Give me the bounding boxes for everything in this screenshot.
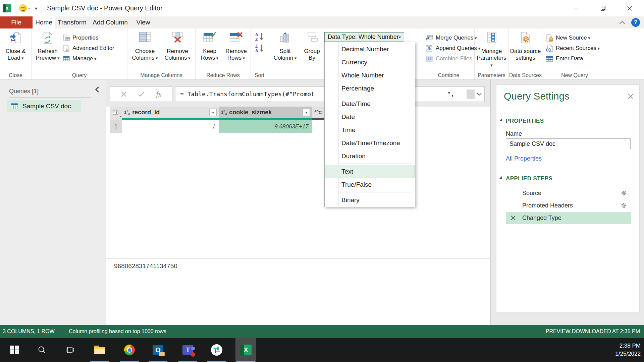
menu-item-decimal-number[interactable]: Decimal Number xyxy=(325,43,415,56)
manage-parameters-button[interactable]: Manage Parameters xyxy=(476,31,508,69)
query-table-icon xyxy=(11,103,18,109)
refresh-preview-button[interactable]: Refresh Preview xyxy=(32,31,63,62)
remove-columns-button[interactable]: Remove Columns xyxy=(161,31,194,62)
send-a-smile-icon[interactable] xyxy=(19,4,27,12)
manage-parameters-icon xyxy=(487,32,496,46)
tab-file[interactable]: File xyxy=(0,16,33,28)
menu-item-true-false[interactable]: True/False xyxy=(325,178,415,191)
menu-item-currency[interactable]: Currency xyxy=(325,56,415,69)
tab-view[interactable]: View xyxy=(131,16,155,28)
restore-button[interactable] xyxy=(593,0,612,16)
enter-data-button[interactable]: Enter Data xyxy=(546,53,600,64)
data-source-settings-button[interactable]: Data source settings xyxy=(509,31,541,61)
append-queries-button[interactable]: Append Queries xyxy=(426,43,480,53)
cancel-formula-icon[interactable] xyxy=(121,92,126,97)
sort-az-icon: A Z xyxy=(255,32,265,42)
taskbar-teams[interactable]: T xyxy=(177,338,198,362)
menu-item-date-time[interactable]: Date/Time xyxy=(325,97,415,110)
sort-ascending-button[interactable]: A Z xyxy=(255,31,265,43)
split-column-button[interactable]: Split Column xyxy=(271,31,299,62)
titlebar: X ▾ Sample CSV doc - Power Query Editor xyxy=(0,0,644,16)
new-source-button[interactable]: New Source xyxy=(546,33,600,43)
remove-rows-button[interactable]: Remove Rows xyxy=(223,31,250,62)
applied-steps-section-header[interactable]: APPLIED STEPS xyxy=(506,175,552,182)
close-button[interactable] xyxy=(620,0,639,16)
filter-dropdown-button[interactable]: ▾ xyxy=(209,109,217,116)
filter-dropdown-button[interactable]: ▾ xyxy=(303,109,310,116)
merge-queries-button[interactable]: Merge Queries xyxy=(426,33,480,43)
tab-add-column[interactable]: Add Column xyxy=(89,16,131,28)
taskbar-slack[interactable] xyxy=(206,338,227,362)
menu-item-percentage[interactable]: Percentage xyxy=(325,82,415,95)
step-changed-type[interactable]: Changed Type xyxy=(506,212,631,224)
taskbar-clock[interactable]: 2:38 PM 1/25/2022 xyxy=(615,342,641,358)
taskbar-outlook[interactable]: O xyxy=(148,338,168,362)
query-settings-region: Query Settings PROPERTIES Name Sample CS… xyxy=(490,80,644,325)
manage-label: Manage xyxy=(72,55,97,62)
step-settings-gear-icon[interactable] xyxy=(621,202,627,208)
all-properties-link[interactable]: All Properties xyxy=(506,155,542,162)
sort-descending-button[interactable]: Z A xyxy=(255,43,265,54)
menu-item-text[interactable]: Text xyxy=(325,165,415,178)
keep-rows-icon xyxy=(203,32,216,46)
row-number[interactable]: 1 xyxy=(110,120,122,133)
query-list-item[interactable]: Sample CSV doc xyxy=(7,100,81,112)
group-by-button[interactable]: Group By xyxy=(299,31,325,61)
commit-formula-icon[interactable] xyxy=(138,92,144,97)
merge-queries-icon xyxy=(426,35,433,41)
menu-item-whole-number[interactable]: Whole Number xyxy=(325,69,415,82)
close-and-load-button[interactable]: Close & Load xyxy=(6,31,26,62)
menu-item-date[interactable]: Date xyxy=(325,110,415,123)
step-settings-gear-icon[interactable] xyxy=(621,190,627,196)
menu-item-time[interactable]: Time xyxy=(325,123,415,136)
help-icon[interactable]: ? xyxy=(631,18,640,27)
cell-cookie-sizmek[interactable]: 9.68063E+17 xyxy=(219,120,312,133)
data-type-menu: Decimal Number Currency Whole Number Per… xyxy=(324,42,415,207)
menu-item-binary[interactable]: Binary xyxy=(325,193,415,206)
cell-record-id[interactable]: 1 xyxy=(122,120,219,133)
keep-rows-label: Keep Rows xyxy=(201,48,219,62)
menu-item-duration[interactable]: Duration xyxy=(325,149,415,163)
collapse-triangle-icon[interactable] xyxy=(499,118,502,121)
collapse-ribbon-icon[interactable] xyxy=(619,20,625,24)
step-source[interactable]: Source xyxy=(506,187,631,199)
manage-button[interactable]: Manage xyxy=(63,53,114,64)
properties-section-header[interactable]: PROPERTIES xyxy=(506,118,544,124)
recent-sources-button[interactable]: Recent Sources xyxy=(546,43,600,53)
taskbar-excel-active[interactable]: X xyxy=(235,338,256,362)
recent-sources-icon xyxy=(546,45,553,52)
tab-home[interactable]: Home xyxy=(33,16,55,28)
taskbar-search-button[interactable] xyxy=(32,338,52,362)
append-queries-icon xyxy=(426,45,433,52)
close-query-settings-button[interactable] xyxy=(628,94,633,99)
formula-buttons: fx xyxy=(110,86,172,102)
customize-quick-access-toolbar-icon[interactable] xyxy=(34,7,38,10)
chevron-left-icon xyxy=(95,86,100,93)
advanced-editor-button[interactable]: Advanced Editor xyxy=(63,43,114,53)
status-profiling-info[interactable]: Column profiling based on top 1000 rows xyxy=(69,328,166,335)
minimize-button[interactable] xyxy=(567,0,585,16)
expand-formula-bar-button[interactable] xyxy=(474,87,484,102)
properties-button[interactable]: Properties xyxy=(63,33,114,43)
smiley-dropdown-caret-icon[interactable]: ▾ xyxy=(28,6,30,10)
step-promoted-headers[interactable]: Promoted Headers xyxy=(506,199,631,212)
select-all-corner-button[interactable]: ▾ xyxy=(110,107,122,118)
ribbon-group-query: Refresh Preview Properties Adv xyxy=(32,28,127,79)
collapse-triangle-icon[interactable] xyxy=(499,176,502,179)
delete-step-icon[interactable] xyxy=(511,216,516,220)
taskbar-file-explorer[interactable] xyxy=(89,338,110,362)
column-header-record-id[interactable]: 123 record_id ▾ xyxy=(122,107,219,118)
tab-transform[interactable]: Transform xyxy=(55,16,89,28)
taskbar-chrome[interactable] xyxy=(119,338,140,362)
start-button[interactable] xyxy=(4,338,25,362)
cell-detail-value: 968062831741134750 xyxy=(114,262,177,270)
data-type-button[interactable]: Data Type: Whole Number xyxy=(324,32,404,42)
query-name-input[interactable]: Sample CSV doc xyxy=(506,138,631,149)
column-header-cookie-sizmek[interactable]: 123 cookie_sizmek ▾ xyxy=(219,107,312,118)
keep-rows-button[interactable]: Keep Rows xyxy=(197,31,223,62)
new-source-label: New Source xyxy=(556,35,590,41)
menu-item-date-time-timezone[interactable]: Date/Time/Timezone xyxy=(325,136,415,149)
task-view-button[interactable] xyxy=(59,338,80,362)
choose-columns-button[interactable]: Choose Columns xyxy=(129,31,161,62)
collapse-queries-pane-button[interactable] xyxy=(95,86,100,93)
